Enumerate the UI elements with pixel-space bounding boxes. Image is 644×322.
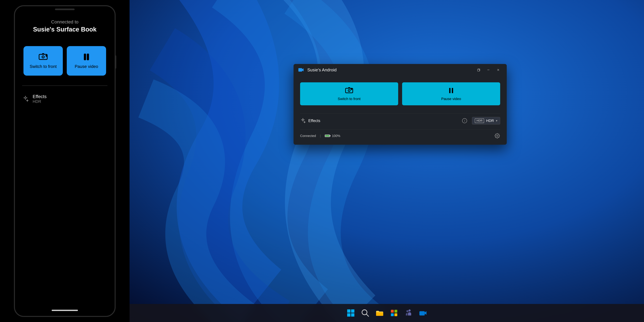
minimize-button[interactable] — [484, 66, 493, 73]
phone-buttons-row: Switch to front Pause video — [24, 46, 106, 76]
phone-sparkle-icon — [22, 96, 29, 102]
phone-effects-row: Effects HDR — [22, 94, 108, 104]
windows-logo-icon — [346, 309, 355, 317]
file-explorer-button[interactable] — [374, 307, 386, 319]
win-switch-to-front-button[interactable]: Switch to front — [300, 82, 398, 105]
svg-point-1 — [42, 56, 44, 58]
svg-rect-12 — [449, 88, 450, 93]
svg-rect-28 — [394, 313, 397, 316]
effects-section: Effects i HDR HDR ▾ — [300, 114, 500, 128]
svg-point-17 — [496, 135, 498, 136]
restore-icon — [477, 68, 480, 72]
hdr-dropdown[interactable]: HDR HDR ▾ — [472, 117, 500, 124]
phone-connected-label: Connected to — [51, 19, 78, 24]
svg-rect-24 — [376, 312, 383, 316]
pause-icon — [82, 52, 91, 61]
status-divider: | — [320, 134, 321, 138]
camera-app-button[interactable] — [417, 307, 429, 319]
camera-app-icon — [419, 309, 427, 317]
hdr-badge: HDR — [475, 118, 484, 123]
phone-switch-to-front-button[interactable]: Switch to front — [24, 46, 63, 76]
titlebar-controls — [474, 66, 503, 73]
battery-icon — [325, 134, 330, 138]
battery-percent-text: 100% — [332, 134, 340, 138]
settings-button[interactable] — [494, 133, 500, 139]
action-buttons-row: Switch to front Pause video — [300, 82, 500, 105]
win-pause-video-label: Pause video — [441, 97, 461, 101]
svg-rect-18 — [347, 309, 350, 313]
app-title: Susie's Android — [307, 68, 474, 72]
win-switch-to-front-label: Switch to front — [338, 97, 360, 101]
start-button[interactable] — [345, 307, 357, 319]
svg-rect-5 — [298, 68, 302, 72]
phone-pause-video-button[interactable]: Pause video — [67, 46, 106, 76]
svg-rect-13 — [452, 88, 453, 93]
phone-pause-video-label: Pause video — [74, 64, 98, 69]
svg-rect-19 — [351, 309, 354, 313]
teams-button[interactable] — [402, 307, 414, 319]
teams-icon — [404, 309, 413, 317]
phone-side-button — [115, 56, 116, 68]
effects-sparkle-icon — [300, 118, 306, 124]
video-camera-icon — [298, 67, 304, 73]
phone-home-bar — [52, 310, 78, 311]
svg-rect-20 — [347, 313, 350, 316]
phone-effects-sub: HDR — [33, 99, 46, 104]
svg-rect-2 — [84, 54, 86, 60]
chevron-down-icon: ▾ — [496, 119, 498, 122]
office-button[interactable] — [388, 307, 400, 319]
app-footer: Connected | 100% — [300, 130, 500, 139]
gear-icon — [494, 133, 500, 138]
close-button[interactable] — [494, 66, 503, 73]
phone-effects-title: Effects — [33, 94, 46, 99]
win-pause-video-button[interactable]: Pause video — [402, 82, 500, 105]
svg-rect-21 — [351, 313, 354, 316]
app-icon — [298, 66, 305, 74]
phone-device-name: Susie's Surface Book — [33, 26, 96, 33]
svg-rect-3 — [87, 54, 89, 60]
hdr-text: HDR — [486, 118, 494, 123]
office-icon — [390, 309, 398, 317]
svg-line-23 — [366, 314, 369, 316]
taskbar — [130, 304, 644, 322]
desktop-panel: Susie's Android — [130, 0, 644, 322]
win-camera-flip-icon — [345, 86, 353, 94]
search-button[interactable] — [359, 307, 371, 319]
svg-rect-25 — [391, 310, 394, 313]
phone-divider — [22, 86, 108, 86]
svg-rect-6 — [478, 69, 480, 71]
app-content: Switch to front Pause video Effects — [294, 76, 507, 145]
svg-rect-15 — [330, 135, 330, 136]
close-icon — [496, 68, 500, 72]
svg-point-11 — [348, 90, 350, 92]
app-window: Susie's Android — [294, 64, 507, 145]
folder-icon — [376, 309, 384, 317]
phone-switch-to-front-label: Switch to front — [30, 64, 57, 69]
svg-point-22 — [362, 310, 367, 315]
camera-flip-icon — [39, 52, 48, 61]
app-titlebar: Susie's Android — [294, 64, 507, 76]
effects-label: Effects — [308, 118, 462, 123]
footer-status: Connected | 100% — [300, 134, 494, 138]
connected-status-text: Connected — [300, 134, 316, 138]
effects-info-button[interactable]: i — [462, 118, 467, 123]
win-pause-icon — [447, 86, 455, 94]
search-icon — [361, 309, 370, 317]
battery-indicator: 100% — [325, 134, 340, 138]
phone-frame: Connected to Susie's Surface Book Switch… — [14, 5, 116, 317]
phone-panel: Connected to Susie's Surface Book Switch… — [0, 0, 130, 322]
svg-rect-29 — [419, 311, 425, 316]
phone-effects-text: Effects HDR — [33, 94, 46, 104]
restore-button[interactable] — [474, 66, 483, 73]
svg-rect-26 — [394, 310, 397, 313]
svg-rect-16 — [325, 135, 330, 137]
wallpaper — [130, 0, 644, 322]
svg-rect-27 — [391, 313, 394, 316]
minimize-icon — [487, 68, 490, 72]
